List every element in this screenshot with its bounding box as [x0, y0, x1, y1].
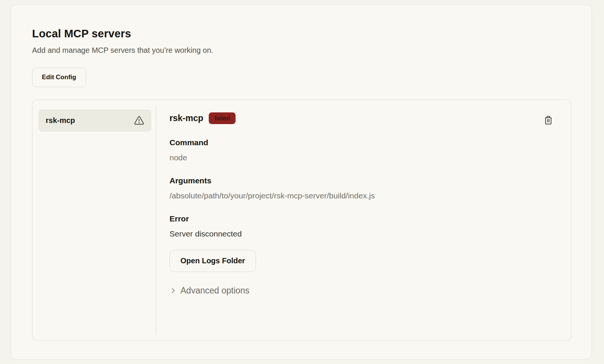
server-detail-header: rsk-mcp failed — [169, 112, 554, 124]
field-value: Server disconnected — [169, 229, 554, 238]
advanced-options-label: Advanced options — [180, 286, 250, 296]
server-list-sidebar: rsk-mcp — [32, 100, 156, 340]
server-detail: rsk-mcp failed Command node Arg — [156, 100, 571, 340]
page-subtitle: Add and manage MCP servers that you’re w… — [32, 46, 570, 55]
field-value: node — [169, 153, 554, 162]
field-label: Error — [169, 214, 554, 223]
open-logs-folder-button[interactable]: Open Logs Folder — [169, 250, 256, 272]
field-error: Error Server disconnected — [169, 214, 554, 238]
advanced-options-toggle[interactable]: Advanced options — [169, 286, 250, 296]
delete-server-button[interactable] — [542, 114, 554, 126]
page-title: Local MCP servers — [32, 28, 570, 40]
server-list-item-label: rsk-mcp — [46, 116, 75, 125]
field-label: Command — [169, 138, 554, 147]
chevron-right-icon — [169, 287, 177, 294]
field-command: Command node — [169, 138, 554, 162]
server-name: rsk-mcp — [169, 113, 203, 123]
field-label: Arguments — [169, 176, 554, 185]
status-badge: failed — [209, 112, 236, 124]
server-list-item-rsk-mcp[interactable]: rsk-mcp — [39, 109, 151, 132]
warning-icon — [134, 116, 144, 125]
edit-config-button[interactable]: Edit Config — [32, 68, 86, 87]
server-panel: rsk-mcp rsk-mcp failed — [32, 100, 571, 341]
field-arguments: Arguments /absolute/path/to/your/project… — [169, 176, 554, 200]
trash-icon — [543, 115, 553, 125]
settings-card: Local MCP servers Add and manage MCP ser… — [11, 5, 592, 359]
field-value: /absolute/path/to/your/project/rsk-mcp-s… — [169, 191, 554, 200]
